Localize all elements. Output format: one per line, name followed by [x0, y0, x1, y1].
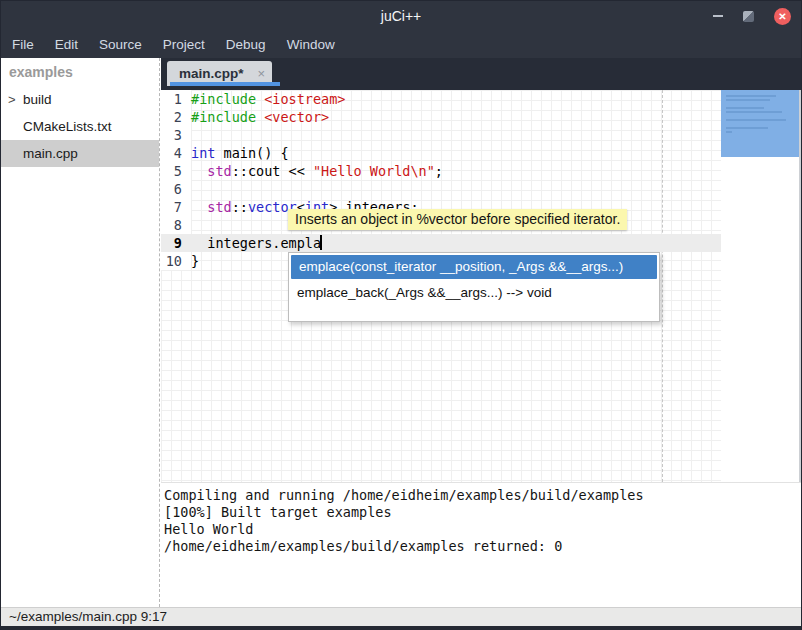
line-number: 5	[161, 162, 191, 180]
token: ::	[232, 199, 248, 215]
menubar: FileEditSourceProjectDebugWindow	[1, 31, 801, 58]
token: integers.empla	[191, 235, 321, 251]
window-controls: ✕	[713, 1, 791, 31]
minimap-viewport[interactable]	[721, 90, 799, 157]
menu-item-debug[interactable]: Debug	[226, 37, 266, 52]
completion-popup: emplace(const_iterator __position, _Args…	[288, 252, 660, 322]
terminal-line: /home/eidheim/examples/build/examples re…	[164, 538, 801, 555]
text-cursor	[320, 235, 322, 250]
token: std	[207, 163, 231, 179]
token: std	[207, 199, 231, 215]
token: #include	[191, 109, 256, 125]
code-line-1[interactable]: 1#include <iostream>	[161, 90, 801, 108]
window-bottom-border	[1, 626, 801, 630]
code-text: std::cout << "Hello World\n";	[191, 163, 443, 179]
terminal-output: Compiling and running /home/eidheim/exam…	[161, 482, 801, 608]
code-line-3[interactable]: 3	[161, 126, 801, 144]
statusbar: ~/examples/main.cpp 9:17	[1, 607, 801, 626]
minimap[interactable]	[721, 90, 799, 482]
line-number: 2	[161, 108, 191, 126]
code-line-2[interactable]: 2#include <vector>	[161, 108, 801, 126]
code-line-6[interactable]: 6	[161, 180, 801, 198]
window-title: juCi++	[1, 1, 801, 31]
tab-main-cpp[interactable]: main.cpp* ×	[167, 61, 272, 86]
menu-item-file[interactable]: File	[12, 37, 34, 52]
line-number: 4	[161, 144, 191, 162]
tree-item-label: build	[23, 92, 52, 107]
code-text: int main() {	[191, 145, 289, 161]
code-text: #include <iostream>	[191, 91, 345, 107]
tree-item-main.cpp[interactable]: main.cpp	[1, 140, 159, 167]
completion-item[interactable]: emplace_back(_Args &&__args...) --> void	[289, 280, 659, 306]
tree-item-label: CMakeLists.txt	[23, 119, 112, 134]
token	[191, 163, 207, 179]
token: <iostream>	[264, 91, 345, 107]
token: ;	[435, 163, 443, 179]
code-line-4[interactable]: 4int main() {	[161, 144, 801, 162]
menu-item-source[interactable]: Source	[99, 37, 142, 52]
menu-item-window[interactable]: Window	[287, 37, 335, 52]
terminal-line: Hello World	[164, 521, 801, 538]
token: "Hello World\n"	[313, 163, 435, 179]
code-line-5[interactable]: 5 std::cout << "Hello World\n";	[161, 162, 801, 180]
line-number: 10	[161, 252, 191, 270]
line-number: 9	[161, 234, 191, 252]
restore-icon[interactable]	[743, 11, 754, 22]
tree-item-cmakelists.txt[interactable]: CMakeLists.txt	[1, 113, 159, 140]
terminal-line: [100%] Built target examples	[164, 504, 801, 521]
token: main() {	[215, 145, 288, 161]
code-text: #include <vector>	[191, 109, 329, 125]
menu-item-edit[interactable]: Edit	[55, 37, 78, 52]
editor-scrollbar[interactable]	[799, 90, 801, 482]
file-tree: examples >buildCMakeLists.txtmain.cpp	[1, 58, 160, 607]
token: int	[191, 145, 215, 161]
token: #include	[191, 91, 256, 107]
project-name: examples	[1, 58, 159, 86]
tab-label: main.cpp*	[179, 66, 244, 81]
code-editor[interactable]: 1#include <iostream>2#include <vector>34…	[161, 90, 801, 482]
titlebar[interactable]: juCi++ ✕	[1, 1, 801, 31]
doc-tooltip: Inserts an object in %vector before spec…	[288, 209, 627, 230]
juci-window: juCi++ ✕ FileEditSourceProjectDebugWindo…	[0, 0, 802, 630]
code-text: }	[191, 253, 199, 269]
code-text: integers.empla	[191, 235, 322, 251]
line-number: 6	[161, 180, 191, 198]
active-tab-indicator	[170, 82, 280, 86]
token	[256, 109, 264, 125]
line-number: 8	[161, 216, 191, 234]
line-number: 7	[161, 198, 191, 216]
status-location: ~/examples/main.cpp 9:17	[9, 609, 167, 624]
expander-icon[interactable]: >	[8, 86, 16, 113]
code-line-9[interactable]: 9 integers.empla	[161, 234, 801, 252]
token: }	[191, 253, 199, 269]
completion-item[interactable]: emplace(const_iterator __position, _Args…	[291, 255, 657, 279]
tab-strip: main.cpp* ×	[161, 58, 801, 90]
token	[256, 91, 264, 107]
line-number: 3	[161, 126, 191, 144]
token: ::cout <<	[232, 163, 313, 179]
line-number: 1	[161, 90, 191, 108]
menu-item-project[interactable]: Project	[163, 37, 205, 52]
minimize-icon[interactable]	[713, 15, 723, 17]
terminal-line: Compiling and running /home/eidheim/exam…	[164, 487, 801, 504]
tree-item-build[interactable]: >build	[1, 86, 159, 113]
close-icon[interactable]: ✕	[774, 8, 791, 25]
tree-item-label: main.cpp	[23, 146, 78, 161]
token: <vector>	[264, 109, 329, 125]
token	[191, 199, 207, 215]
